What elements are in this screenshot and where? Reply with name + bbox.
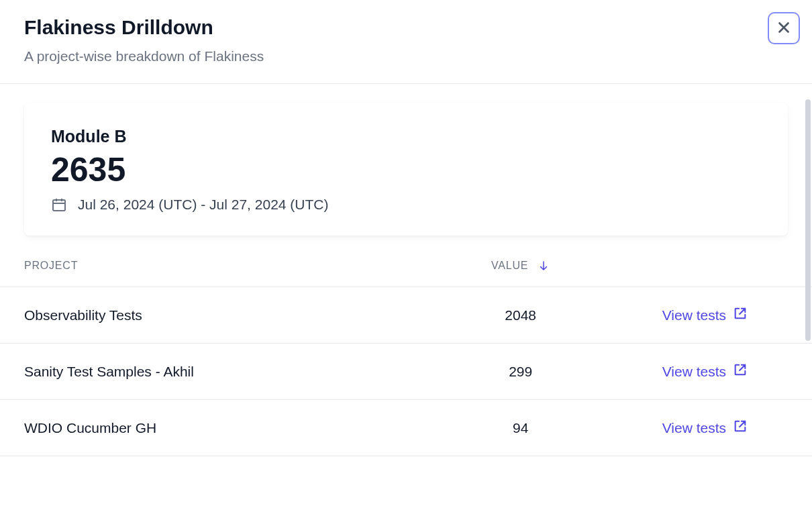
content-area: Module B 2635 Jul 26, 2024 (UTC) - Jul 2… — [0, 84, 812, 456]
column-header-value-sort[interactable]: VALUE — [437, 260, 605, 272]
modal-header: Flakiness Drilldown A project-wise break… — [0, 0, 812, 83]
project-value: 94 — [513, 420, 528, 436]
close-button[interactable] — [768, 12, 800, 44]
sort-descending-icon — [538, 260, 550, 272]
svg-rect-0 — [53, 200, 65, 211]
view-tests-link[interactable]: View tests — [662, 419, 748, 437]
column-header-project[interactable]: PROJECT — [24, 260, 78, 271]
project-name: Observability Tests — [24, 307, 142, 323]
table-row: Sanity Test Samples - Akhil 299 View tes… — [0, 343, 812, 399]
projects-table: PROJECT VALUE Observability Tests 2048 V… — [0, 260, 812, 456]
external-link-icon — [733, 306, 748, 324]
project-name: Sanity Test Samples - Akhil — [24, 364, 194, 379]
external-link-icon — [733, 362, 748, 380]
calendar-icon — [51, 197, 67, 213]
column-header-value: VALUE — [491, 260, 528, 272]
external-link-icon — [733, 419, 748, 437]
project-value: 2048 — [505, 307, 536, 323]
close-icon — [775, 19, 793, 38]
view-tests-link[interactable]: View tests — [662, 362, 748, 380]
project-name: WDIO Cucumber GH — [24, 420, 156, 435]
view-tests-label: View tests — [662, 364, 726, 380]
scrollbar-thumb[interactable] — [805, 99, 811, 341]
table-row: WDIO Cucumber GH 94 View tests — [0, 399, 812, 456]
scrollbar[interactable] — [805, 99, 811, 509]
summary-card: Module B 2635 Jul 26, 2024 (UTC) - Jul 2… — [24, 103, 788, 236]
view-tests-link[interactable]: View tests — [662, 306, 748, 324]
page-title: Flakiness Drilldown — [24, 16, 788, 39]
page-subtitle: A project-wise breakdown of Flakiness — [24, 48, 788, 64]
table-row: Observability Tests 2048 View tests — [0, 287, 812, 343]
module-name: Module B — [51, 127, 761, 146]
view-tests-label: View tests — [662, 420, 726, 436]
module-count: 2635 — [51, 152, 761, 189]
table-header: PROJECT VALUE — [0, 260, 812, 287]
date-range-text: Jul 26, 2024 (UTC) - Jul 27, 2024 (UTC) — [78, 197, 328, 213]
view-tests-label: View tests — [662, 307, 726, 323]
date-range-row: Jul 26, 2024 (UTC) - Jul 27, 2024 (UTC) — [51, 197, 761, 213]
project-value: 299 — [509, 364, 532, 380]
